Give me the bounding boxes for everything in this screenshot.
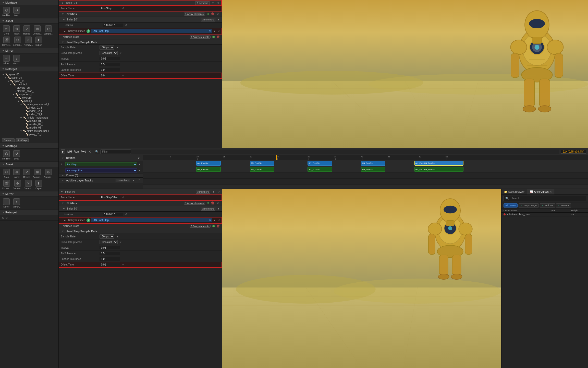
clip-footstepoffset-1[interactable]: AN_FootSte <box>196 167 221 172</box>
convert-btn[interactable]: 🎬 Conver... <box>2 37 11 46</box>
bottom-foot-step-section[interactable]: ▼ Foot Step Sample Data <box>59 229 222 234</box>
tree-item-clavicle-l[interactable]: ▼🦴clavicle_l <box>0 83 58 86</box>
clip-footstep-4[interactable]: AN_FootSte <box>361 161 386 166</box>
tree-item-clavicle-out-l[interactable]: ◦clavicle_out_l <box>0 86 58 89</box>
montage-section[interactable]: ▼ Montage <box>0 0 58 5</box>
top-notifies-del[interactable]: 🗑 <box>211 12 214 16</box>
playhead[interactable] <box>276 155 277 160</box>
tab-anim-curves[interactable]: 📈 Anim Curves ✕ <box>527 189 555 194</box>
bottom-notifies-state-header[interactable]: Notifies State 0 Array elements ⊕ 🗑 <box>59 223 222 229</box>
convert2-btn[interactable]: 🎬 Conver... <box>2 180 11 190</box>
curve-search-input[interactable] <box>510 197 584 200</box>
bottom-notifies-del[interactable]: 🗑 <box>211 201 214 205</box>
tree-item-index03l[interactable]: 🦴index_03_l <box>0 113 58 116</box>
clip-footstepoffset-5[interactable]: AN_Foot!AN_FootSte <box>414 167 463 172</box>
footstep-dropdown[interactable]: ▼ <box>138 163 141 166</box>
filter-morph-target[interactable]: ✓ Morph Target <box>519 203 539 208</box>
tree-item-spine04[interactable]: ▼🦴spine_04 <box>0 76 58 79</box>
loop-btn[interactable]: ↺ Loop <box>12 7 21 17</box>
tree-item-spine03[interactable]: ▼🦴spine_03 <box>0 73 58 76</box>
clip-footstepoffset-3[interactable]: AN_FootSte <box>308 167 332 172</box>
top-position-reset[interactable]: ↺ <box>124 24 128 27</box>
clip-footstepoffset-2[interactable]: AN_FootSte <box>250 167 274 172</box>
top-notifies-reset[interactable]: ↺ <box>216 13 220 15</box>
bottom-reset-btn[interactable]: ↺ <box>217 190 221 193</box>
compo-btn[interactable]: ⊞ Compo... <box>33 25 42 35</box>
montage2-section[interactable]: ▼ Montage <box>0 143 58 149</box>
tree-item-middle02l[interactable]: 🦴middle_02_l <box>0 123 58 126</box>
crop-btn[interactable]: ✂ Crop <box>2 25 11 35</box>
modifier-btn[interactable]: ⬡ Modifier <box>2 7 11 17</box>
sample2-btn[interactable]: ⊙ Sample... <box>44 169 53 178</box>
asset-section[interactable]: ▼ Asset <box>0 18 58 24</box>
footstepoffset-track-select[interactable]: FootStepOffset <box>65 168 137 172</box>
tree-item-spine05[interactable]: ▼🦴spine_05 <box>0 79 58 83</box>
footstepoffset-dropdown[interactable]: ▼ <box>138 169 141 172</box>
retarget-section[interactable]: ▼ Retarget <box>0 66 58 72</box>
tree-item-hand-l[interactable]: ▼🦴hand_l <box>0 99 58 103</box>
clip-footstep-3[interactable]: AN_FootSte <box>308 161 332 166</box>
tree-item-middle-metacarpal-l[interactable]: ▼🦴middle_metacarpal_l <box>0 116 58 119</box>
top-sample-rate-select[interactable]: 60 fps <box>100 45 114 50</box>
bottom-notifies-header[interactable]: ▼ Notifies 1 Array elements ⊕ 🗑 ↺ <box>59 200 222 206</box>
export-btn[interactable]: ⬆ Export <box>34 37 43 46</box>
top-notifies-state-add[interactable]: ⊕ <box>212 35 215 39</box>
filter-attribute[interactable]: ✓ Attribute <box>540 203 555 208</box>
top-notifies-header[interactable]: ▼ Notifies 1 Array elements ⊕ 🗑 ↺ <box>59 11 222 17</box>
top-track-name-reset[interactable]: ↺ <box>121 7 125 10</box>
clip-footstep-1[interactable]: AN_FootSte <box>196 161 221 166</box>
tree-item-index01l[interactable]: 🦴index_01_l <box>0 106 58 109</box>
remove-btn[interactable]: ✕ Remov... <box>24 37 33 46</box>
top-notify-instance-reset[interactable]: ↺ <box>217 30 221 32</box>
top-notifies-add[interactable]: ⊕ <box>206 12 209 16</box>
bottom-notifies-reset[interactable]: ↺ <box>216 202 220 204</box>
tree-item-middle03l[interactable]: 🦴middle_03_l <box>0 126 58 129</box>
bottom-notifies-state-add[interactable]: ⊕ <box>212 224 215 228</box>
mirror2-section[interactable]: ▼ Mirror <box>0 191 58 197</box>
remove2-btn[interactable]: ✕ Remov... <box>24 180 33 190</box>
top-notifies-state-del[interactable]: 🗑 <box>216 35 220 39</box>
timeline-filter-input[interactable] <box>100 150 131 154</box>
footstep-button[interactable]: FootStep <box>16 138 29 142</box>
play-button[interactable]: ▶ <box>61 149 65 154</box>
bottom-position-reset[interactable]: ↺ <box>124 213 128 216</box>
tree-item-index-metacarpal-l[interactable]: ▼🦴index_metacarpal_l <box>0 103 58 106</box>
bottom-offset-time-reset[interactable]: ↺ <box>121 263 125 266</box>
footstep-track-select[interactable]: FootStep <box>65 162 137 166</box>
insert2-btn[interactable]: ⊕ Insert <box>12 169 21 178</box>
export2-btn[interactable]: ⬆ Export <box>34 180 43 190</box>
filter-all-curves[interactable]: All Curves <box>504 203 518 208</box>
remov-button[interactable]: Remov... <box>2 138 15 142</box>
retarget2-section[interactable]: ▼ Retarget <box>0 210 58 215</box>
tree-item-upperarm-l[interactable]: ▼🦴upperarm_l <box>0 93 58 96</box>
tree-item-lowerarm-l[interactable]: ▼🦴lowerarm_l <box>0 96 58 99</box>
mirror4-btn[interactable]: ↕ Mirror... <box>12 198 21 208</box>
bottom-notify-instance-reset[interactable]: ↺ <box>217 219 221 222</box>
timeline-close-btn[interactable]: ✕ <box>88 150 91 154</box>
mirror2-btn[interactable]: ↕ Mirror... <box>12 55 21 65</box>
loop2-btn[interactable]: ↺ Loop <box>12 150 21 160</box>
generate2-btn[interactable]: ⚙ Genera... <box>13 180 22 190</box>
anim-curves-close[interactable]: ✕ <box>550 190 552 193</box>
tab-asset-browser[interactable]: 📁 Asset Browser <box>501 189 527 194</box>
resize-btn[interactable]: ⤢ Resize <box>22 25 31 35</box>
compo2-btn[interactable]: ⊞ Compo... <box>33 169 42 178</box>
curve-row-1[interactable]: aphInfraOcularis_Data 0.0 <box>501 213 588 216</box>
top-foot-step-section[interactable]: ▼ Foot Step Sample Data <box>59 40 222 45</box>
generate-btn[interactable]: ⚙ Genera... <box>13 37 22 46</box>
mirror-section[interactable]: ▼ Mirror <box>0 48 58 53</box>
sample-btn[interactable]: ⊙ Sample... <box>44 25 53 35</box>
notifies-options-btn[interactable]: ▼ <box>137 157 141 160</box>
clip-footstep-5[interactable]: AN_Foot!AN_FootSte <box>414 161 463 166</box>
mirror3-btn[interactable]: ↔ Mirror <box>2 198 11 208</box>
modifier2-btn[interactable]: ⬡ Modifier <box>2 150 11 160</box>
top-reset-btn[interactable]: ↺ <box>216 2 220 4</box>
mirror-btn[interactable]: ↔ Mirror <box>2 55 11 65</box>
clip-footstepoffset-4[interactable]: AN_FootSte <box>361 167 386 172</box>
top-notify-instance-select[interactable]: AN Foot Step <box>91 29 212 33</box>
asset2-section[interactable]: ▼ Asset <box>0 162 58 167</box>
resize2-btn[interactable]: ⤢ Resize <box>22 169 31 178</box>
bottom-notifies-add[interactable]: ⊕ <box>206 201 209 205</box>
bottom-sample-rate-select[interactable]: 60 fps <box>100 234 114 239</box>
tree-item-clavicle-scap-l[interactable]: ◦clavicle_scap_l <box>0 89 58 93</box>
